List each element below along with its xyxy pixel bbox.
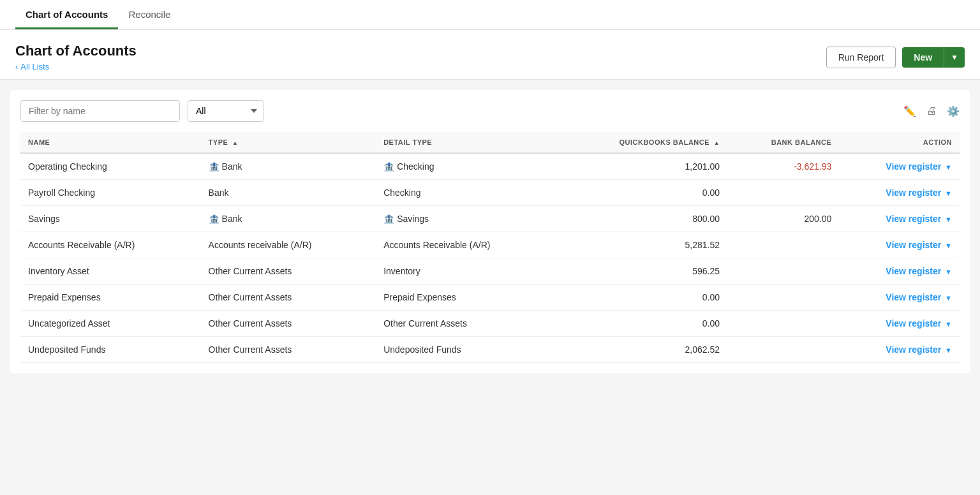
accounts-table: NAME TYPE ▲ DETAIL TYPE QUICKBOOKS BALAN… bbox=[20, 132, 960, 363]
cell-detail-type: 🏦Checking bbox=[376, 153, 556, 180]
page-header-left: Chart of Accounts ‹ All Lists bbox=[15, 43, 137, 71]
cell-detail-type: Checking bbox=[376, 180, 556, 206]
cell-qb-balance: 0.00 bbox=[556, 180, 727, 206]
table-row: Prepaid Expenses Other Current Assets Pr… bbox=[20, 284, 960, 311]
cell-qb-balance: 5,281.52 bbox=[556, 232, 727, 258]
action-dropdown-arrow[interactable]: ▼ bbox=[945, 242, 952, 249]
action-dropdown-arrow[interactable]: ▼ bbox=[945, 216, 952, 223]
header-actions: Run Report New ▼ bbox=[826, 47, 965, 68]
action-dropdown-arrow[interactable]: ▼ bbox=[945, 346, 952, 354]
cell-action: View register ▼ bbox=[839, 206, 960, 232]
cell-qb-balance: 800.00 bbox=[556, 206, 727, 232]
view-register-link[interactable]: View register bbox=[886, 266, 941, 276]
cell-bank-balance bbox=[727, 180, 839, 206]
table-row: Accounts Receivable (A/R) Accounts recei… bbox=[20, 232, 960, 258]
new-button-group: New ▼ bbox=[902, 47, 965, 68]
cell-detail-type: Prepaid Expenses bbox=[376, 284, 556, 311]
cell-bank-balance bbox=[727, 337, 839, 363]
bank-icon: 🏦 bbox=[209, 214, 219, 224]
table-row: Inventory Asset Other Current Assets Inv… bbox=[20, 258, 960, 284]
cell-detail-type: Accounts Receivable (A/R) bbox=[376, 232, 556, 258]
cell-bank-balance: -3,621.93 bbox=[727, 153, 839, 180]
cell-detail-type: Inventory bbox=[376, 258, 556, 284]
settings-icon[interactable]: ⚙️ bbox=[947, 105, 960, 117]
cell-type: Accounts receivable (A/R) bbox=[201, 232, 376, 258]
cell-action: View register ▼ bbox=[839, 232, 960, 258]
cell-action: View register ▼ bbox=[839, 284, 960, 311]
bank-icon: 🏦 bbox=[383, 214, 394, 224]
cell-name: Inventory Asset bbox=[20, 258, 201, 284]
print-icon[interactable]: 🖨 bbox=[926, 105, 937, 117]
cell-detail-type: Undeposited Funds bbox=[376, 337, 556, 363]
new-button[interactable]: New bbox=[902, 47, 944, 68]
cell-qb-balance: 0.00 bbox=[556, 311, 727, 337]
cell-action: View register ▼ bbox=[839, 180, 960, 206]
view-register-link[interactable]: View register bbox=[886, 344, 941, 355]
col-header-type[interactable]: TYPE ▲ bbox=[201, 132, 376, 153]
tab-reconcile[interactable]: Reconcile bbox=[118, 0, 181, 29]
cell-type: Bank bbox=[201, 180, 376, 206]
filter-type-select[interactable]: All Asset Liability Equity Income Expens… bbox=[188, 100, 264, 122]
action-dropdown-arrow[interactable]: ▼ bbox=[945, 294, 952, 302]
cell-type: 🏦Bank bbox=[201, 206, 376, 232]
filter-row: All Asset Liability Equity Income Expens… bbox=[20, 100, 960, 122]
tab-chart-of-accounts[interactable]: Chart of Accounts bbox=[15, 0, 118, 29]
cell-name: Uncategorized Asset bbox=[20, 311, 201, 337]
cell-type: Other Current Assets bbox=[201, 258, 376, 284]
page-header: Chart of Accounts ‹ All Lists Run Report… bbox=[0, 30, 980, 80]
cell-detail-type: 🏦Savings bbox=[376, 206, 556, 232]
filter-name-input[interactable] bbox=[20, 100, 180, 122]
cell-type: Other Current Assets bbox=[201, 337, 376, 363]
cell-detail-type: Other Current Assets bbox=[376, 311, 556, 337]
cell-qb-balance: 596.25 bbox=[556, 258, 727, 284]
table-row: Undeposited Funds Other Current Assets U… bbox=[20, 337, 960, 363]
bank-icon: 🏦 bbox=[209, 161, 219, 172]
run-report-button[interactable]: Run Report bbox=[826, 47, 896, 68]
cell-name: Accounts Receivable (A/R) bbox=[20, 232, 201, 258]
cell-bank-balance: 200.00 bbox=[727, 206, 839, 232]
cell-bank-balance bbox=[727, 284, 839, 311]
col-header-action: ACTION bbox=[839, 132, 960, 153]
chevron-left-icon: ‹ bbox=[15, 62, 18, 71]
action-dropdown-arrow[interactable]: ▼ bbox=[945, 189, 952, 197]
breadcrumb-label: All Lists bbox=[20, 62, 49, 71]
table-row: Uncategorized Asset Other Current Assets… bbox=[20, 311, 960, 337]
table-row: Operating Checking 🏦Bank 🏦Checking 1,201… bbox=[20, 153, 960, 180]
action-dropdown-arrow[interactable]: ▼ bbox=[945, 163, 952, 171]
action-dropdown-arrow[interactable]: ▼ bbox=[945, 320, 952, 328]
cell-qb-balance: 2,062.52 bbox=[556, 337, 727, 363]
table-header-row: NAME TYPE ▲ DETAIL TYPE QUICKBOOKS BALAN… bbox=[20, 132, 960, 153]
bank-icon: 🏦 bbox=[383, 161, 394, 172]
cell-type: Other Current Assets bbox=[201, 284, 376, 311]
main-content: All Asset Liability Equity Income Expens… bbox=[10, 90, 970, 373]
action-dropdown-arrow[interactable]: ▼ bbox=[945, 268, 952, 276]
cell-name: Savings bbox=[20, 206, 201, 232]
cell-action: View register ▼ bbox=[839, 311, 960, 337]
cell-name: Prepaid Expenses bbox=[20, 284, 201, 311]
table-row: Savings 🏦Bank 🏦Savings 800.00 200.00 Vie… bbox=[20, 206, 960, 232]
cell-name: Undeposited Funds bbox=[20, 337, 201, 363]
cell-type: 🏦Bank bbox=[201, 153, 376, 180]
col-header-name: NAME bbox=[20, 132, 201, 153]
new-button-dropdown[interactable]: ▼ bbox=[944, 47, 965, 68]
cell-name: Payroll Checking bbox=[20, 180, 201, 206]
toolbar-icons: ✏️ 🖨 ⚙️ bbox=[903, 105, 960, 117]
table-row: Payroll Checking Bank Checking 0.00 View… bbox=[20, 180, 960, 206]
view-register-link[interactable]: View register bbox=[886, 214, 941, 224]
sort-arrow-qb: ▲ bbox=[714, 140, 720, 146]
col-header-qb-balance[interactable]: QUICKBOOKS BALANCE ▲ bbox=[556, 132, 727, 153]
cell-action: View register ▼ bbox=[839, 153, 960, 180]
cell-qb-balance: 1,201.00 bbox=[556, 153, 727, 180]
view-register-link[interactable]: View register bbox=[886, 188, 941, 198]
top-tabs: Chart of Accounts Reconcile bbox=[0, 0, 980, 30]
cell-qb-balance: 0.00 bbox=[556, 284, 727, 311]
view-register-link[interactable]: View register bbox=[886, 240, 941, 250]
edit-icon[interactable]: ✏️ bbox=[903, 105, 916, 117]
view-register-link[interactable]: View register bbox=[886, 161, 941, 172]
sort-arrow-type: ▲ bbox=[232, 140, 238, 146]
breadcrumb[interactable]: ‹ All Lists bbox=[15, 62, 137, 71]
cell-bank-balance bbox=[727, 232, 839, 258]
view-register-link[interactable]: View register bbox=[886, 292, 941, 302]
cell-action: View register ▼ bbox=[839, 337, 960, 363]
view-register-link[interactable]: View register bbox=[886, 318, 941, 329]
